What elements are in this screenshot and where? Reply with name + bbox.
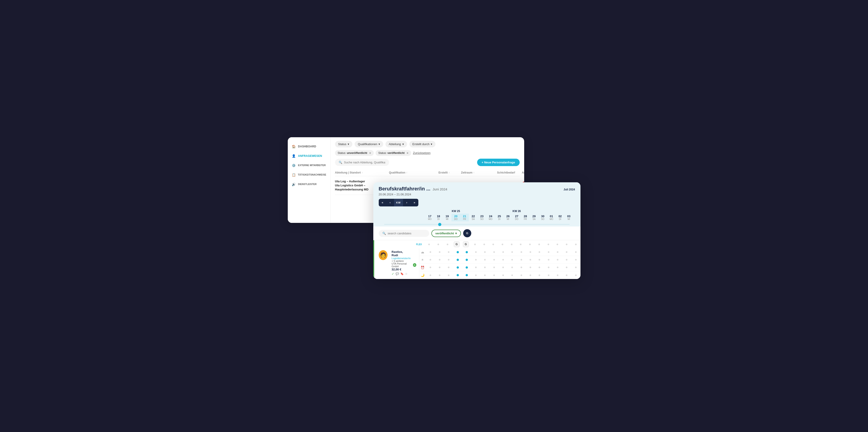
candidates-bar: 🔍 veröffentlicht ▾ ⧉ bbox=[373, 227, 581, 240]
cal-cell-24 bbox=[489, 243, 498, 245]
col-zeitraum: Zeitraum ↕ bbox=[461, 171, 497, 174]
clock-icon: ⏰ bbox=[419, 266, 426, 269]
cal-cell-19 bbox=[443, 243, 452, 245]
nav-next-button[interactable]: › bbox=[403, 199, 411, 206]
cal-cell-01 bbox=[553, 243, 562, 245]
day-18: 18DI bbox=[434, 213, 443, 222]
cal-cell-26 bbox=[507, 243, 516, 245]
candidate-grid: 🧑 Rastlos, Rudi Logistikmeister/in + 5 w… bbox=[373, 248, 581, 279]
status-dropdown[interactable]: Status ▾ bbox=[335, 141, 352, 147]
nav-first-button[interactable]: « bbox=[379, 199, 386, 206]
sort-icon: ↕ bbox=[362, 171, 363, 174]
day-28: 28FR bbox=[521, 213, 530, 222]
speaker-icon: 🔊 bbox=[292, 182, 296, 186]
cal-nav: « ‹ KW › » bbox=[379, 199, 575, 206]
cal-cell-17 bbox=[425, 243, 434, 245]
sidebar-item-dashboard[interactable]: 🏠 DASHBOARD bbox=[288, 142, 330, 151]
chevron-down-icon: ▾ bbox=[348, 142, 349, 146]
kw-label-row: KW 25 KW 26 bbox=[379, 209, 575, 213]
kw26-label: KW 26 bbox=[486, 209, 547, 213]
candidate-name[interactable]: Rastlos, Rudi bbox=[392, 250, 416, 257]
cal-status-pill[interactable]: veröffentlicht ▾ bbox=[431, 230, 461, 237]
search-row: 🔍 + Neue Personalanfrage bbox=[335, 159, 520, 166]
qualifikationen-dropdown[interactable]: Qualifikationen ▾ bbox=[354, 141, 383, 147]
day-26: 26MI bbox=[504, 213, 513, 222]
sidebar-item-anfragewesen[interactable]: 👤 ANFRAGEWESEN bbox=[288, 151, 330, 161]
progress-dot bbox=[438, 223, 441, 226]
shift-row-moon: 🌙 bbox=[419, 271, 581, 279]
cal-title-row: Berufskraftfahrer/in ... Juni 2024 Juli … bbox=[379, 186, 575, 192]
day-27: 27DO bbox=[512, 213, 521, 222]
cal-title: Berufskraftfahrer/in ... bbox=[379, 186, 431, 192]
search-candidates-input[interactable] bbox=[388, 232, 426, 235]
cal-cell-20-g[interactable]: G bbox=[452, 241, 461, 247]
flex-label: FLEX bbox=[416, 243, 423, 246]
cal-cell-22 bbox=[470, 243, 479, 245]
cal-cell-02 bbox=[562, 243, 571, 245]
shift-row-clock: ⏰ bbox=[419, 264, 581, 271]
cal-month-right: Juli 2024 bbox=[564, 188, 575, 191]
sidebar-item-externe[interactable]: ⚙️ EXTERNE MITARBEITER bbox=[288, 161, 330, 170]
day-01: 01MO bbox=[547, 213, 556, 222]
home-icon: 🏠 bbox=[292, 144, 296, 148]
abteilung-dropdown[interactable]: Abteilung ▾ bbox=[385, 141, 407, 147]
cal-cell-27 bbox=[516, 243, 526, 245]
remove-tag-unveroffentlicht[interactable]: × bbox=[369, 151, 371, 155]
cal-date-range: 20.06.2024 – 21.06.2024 bbox=[379, 193, 575, 196]
nav-kw-button[interactable]: KW bbox=[394, 199, 403, 206]
sun-icon: ☀ bbox=[419, 258, 426, 262]
candidate-section: FLEX G G bbox=[373, 240, 581, 279]
sidebar: 🏠 DASHBOARD 👤 ANFRAGEWESEN ⚙️ EXTERNE MI… bbox=[288, 137, 331, 223]
day-19: 19MI bbox=[443, 213, 452, 222]
gear-icon: ⚙️ bbox=[292, 163, 296, 167]
cal-cell-03 bbox=[571, 243, 581, 245]
calendar-header: Berufskraftfahrer/in ... Juni 2024 Juli … bbox=[373, 182, 581, 227]
candidate-info: 🧑 Rastlos, Rudi Logistikmeister/in + 5 w… bbox=[374, 248, 419, 279]
day-29: 29SA bbox=[530, 213, 538, 222]
cal-cell-18 bbox=[434, 243, 443, 245]
company-badge: A bbox=[413, 263, 416, 267]
copy-button[interactable]: ⧉ bbox=[463, 229, 471, 237]
candidate-company: UTA Personal GmbH A bbox=[392, 262, 416, 268]
candidate-more: + 5 weitere bbox=[392, 260, 416, 262]
shift-row-mountain: ⛰ bbox=[419, 248, 581, 256]
col-abteilung: Abteilung | Standort ↕ bbox=[335, 171, 389, 174]
erstellt-dropdown[interactable]: Erstellt durch ▾ bbox=[409, 141, 436, 147]
sort-icon: ↕ bbox=[406, 171, 407, 174]
filter-tag-veroffentlicht: Status: veröffentlicht × bbox=[376, 150, 411, 156]
flex-row: FLEX G G bbox=[373, 240, 581, 248]
sort-icon: ↕ bbox=[473, 171, 474, 174]
search-wrap: 🔍 bbox=[335, 159, 389, 166]
cal-cell-21-g[interactable]: G bbox=[461, 241, 470, 247]
sidebar-item-taetigkeits[interactable]: 📋 TÄTIGKEITSNACHWEISE bbox=[288, 170, 330, 180]
clipboard-icon: 📋 bbox=[292, 173, 296, 177]
chevron-down-icon: ▾ bbox=[455, 232, 457, 235]
calendar-panel: Berufskraftfahrer/in ... Juni 2024 Juli … bbox=[373, 182, 581, 279]
cal-cell-23 bbox=[479, 243, 489, 245]
user-icon: 👤 bbox=[292, 154, 296, 158]
chevron-down-icon: ▾ bbox=[402, 142, 404, 146]
cal-cell-28 bbox=[525, 243, 534, 245]
nav-last-button[interactable]: » bbox=[411, 199, 418, 206]
new-personalanfrage-button[interactable]: + Neue Personalanfrage bbox=[477, 159, 520, 166]
reset-button[interactable]: Zurücksetzen bbox=[413, 151, 431, 154]
col-qualifikation: Qualifikation ↕ bbox=[389, 171, 439, 174]
cal-month: Juni 2024 bbox=[433, 187, 447, 191]
day-17: 17MO bbox=[426, 213, 434, 222]
table-header: Abteilung | Standort ↕ Qualifikation ↕ E… bbox=[335, 169, 520, 176]
progress-bar-wrap bbox=[379, 223, 575, 227]
kw25-label: KW 25 bbox=[426, 209, 486, 213]
nav-prev-button[interactable]: ‹ bbox=[386, 199, 394, 206]
col-erstellt: Erstellt ↕ bbox=[439, 171, 461, 174]
candidate-avatar: 🧑 bbox=[379, 250, 388, 260]
shift-row-sun: ☀ bbox=[419, 256, 581, 264]
progress-line bbox=[384, 224, 570, 225]
shift-rows: ⛰ bbox=[419, 248, 581, 279]
copy-icon: ⧉ bbox=[466, 231, 468, 235]
sidebar-item-dienstleister[interactable]: 🔊 DIENSTLEISTER bbox=[288, 180, 330, 189]
remove-tag-veroffentlicht[interactable]: × bbox=[407, 151, 408, 155]
search-input[interactable] bbox=[344, 161, 385, 164]
day-23: 23SO bbox=[477, 213, 486, 222]
search-icon: 🔍 bbox=[339, 161, 342, 164]
candidate-price: 32,00 € bbox=[392, 268, 416, 271]
